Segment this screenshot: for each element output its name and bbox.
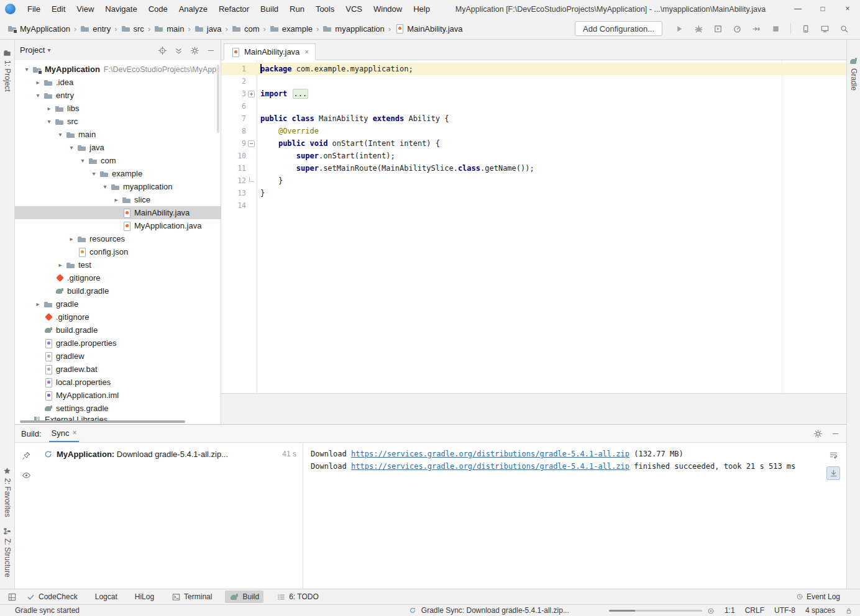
code-line[interactable]: 8 @Override — [221, 125, 846, 137]
tree-item-entry[interactable]: ▾entry — [15, 89, 221, 102]
tree-item-config-json[interactable]: config.json — [15, 245, 221, 258]
code-line[interactable]: 14 — [221, 199, 846, 212]
build-task-row[interactable]: MyApplication: Download gradle-5.4.1-all… — [37, 446, 303, 461]
toolwindow-tab-hilog[interactable]: HiLog — [130, 591, 158, 602]
profiler-button[interactable] — [729, 21, 746, 36]
add-configuration-button[interactable]: Add Configuration... — [575, 21, 662, 36]
build-console[interactable]: Download https://services.gradle.org/dis… — [303, 443, 846, 589]
menu-refactor[interactable]: Refactor — [213, 0, 255, 18]
settings-button[interactable] — [813, 428, 823, 438]
chevron-right-icon[interactable]: ▸ — [32, 79, 43, 86]
breadcrumb-entry[interactable]: entry — [79, 22, 112, 35]
console-link[interactable]: https://services.gradle.org/distribution… — [351, 450, 629, 458]
search-everywhere-button[interactable] — [836, 21, 853, 36]
chevron-down-icon[interactable]: ▾ — [88, 170, 99, 177]
breadcrumb-example[interactable]: example — [268, 22, 314, 35]
code-line[interactable]: 7public class MainAbility extends Abilit… — [221, 112, 846, 125]
tree-item-java[interactable]: ▾java — [15, 141, 221, 154]
tree-item-gitignore[interactable]: .gitignore — [15, 310, 221, 324]
tool-window-switcher[interactable] — [7, 592, 17, 602]
code-line[interactable]: 13} — [221, 187, 846, 199]
breadcrumb-mainability-java[interactable]: MainAbility.java — [393, 22, 464, 35]
tree-item-slice[interactable]: ▸slice — [15, 193, 221, 206]
menu-view[interactable]: View — [71, 0, 99, 18]
chevron-down-icon[interactable]: ▾ — [21, 66, 32, 73]
tree-item-build-gradle[interactable]: build.gradle — [15, 284, 221, 297]
hide-button[interactable] — [831, 428, 840, 438]
toolwindow-tab-terminal[interactable]: Terminal — [167, 591, 216, 603]
encoding-widget[interactable]: UTF-8 — [774, 606, 795, 615]
tree-item-idea[interactable]: ▸.idea — [15, 76, 221, 89]
tree-item-gradle[interactable]: ▸gradle — [15, 297, 221, 310]
tree-item-settings-gradle[interactable]: settings.gradle — [15, 402, 221, 415]
device-manager-button[interactable] — [797, 21, 814, 36]
menu-window[interactable]: Window — [368, 0, 408, 18]
toolwindow-tab-codecheck[interactable]: CodeCheck — [22, 591, 82, 603]
chevron-right-icon[interactable]: ▸ — [111, 196, 122, 203]
code-line[interactable]: 10 super.onStart(intent); — [221, 150, 846, 162]
build-tab-sync[interactable]: Sync × — [49, 425, 80, 442]
run-coverage-button[interactable] — [710, 21, 726, 36]
chevron-right-icon[interactable]: ▸ — [55, 261, 66, 268]
tree-item-gitignore[interactable]: .gitignore — [15, 271, 221, 284]
chevron-down-icon[interactable]: ▾ — [55, 131, 66, 138]
tree-item-main[interactable]: ▾main — [15, 128, 221, 141]
fold-collapse-icon[interactable]: − — [248, 140, 255, 147]
menu-build[interactable]: Build — [255, 0, 284, 18]
code-editor[interactable]: 1package com.example.myapplication;23+im… — [221, 60, 846, 424]
tree-item-mainability-java[interactable]: MainAbility.java — [15, 206, 221, 219]
chevron-down-icon[interactable]: ▾ — [77, 157, 88, 164]
tree-item-gradlew[interactable]: gradlew — [15, 350, 221, 363]
attach-debugger-button[interactable] — [748, 21, 765, 36]
tree-item-gradle-properties[interactable]: gradle.properties — [15, 337, 221, 350]
tree-item-example[interactable]: ▾example — [15, 167, 221, 180]
breadcrumb-java[interactable]: java — [193, 22, 223, 35]
tree-item-myapplication-iml[interactable]: MyApplication.iml — [15, 389, 221, 402]
cancel-task-button[interactable] — [707, 606, 715, 615]
stripe-tab-structure[interactable]: Z: Structure — [2, 527, 12, 578]
code-line[interactable]: 2 — [221, 75, 846, 88]
caret-position-widget[interactable]: 1:1 — [725, 606, 735, 615]
stripe-tab-favorites[interactable]: 2: Favorites — [2, 466, 12, 517]
tree-item-test[interactable]: ▸test — [15, 258, 221, 271]
indent-widget[interactable]: 4 spaces — [805, 606, 835, 615]
settings-button[interactable] — [190, 45, 199, 55]
hide-button[interactable] — [206, 45, 216, 55]
horizontal-scrollbar[interactable] — [20, 420, 185, 423]
fold-expand-icon[interactable]: + — [248, 91, 255, 97]
close-button[interactable]: × — [835, 0, 860, 18]
scroll-to-end-button[interactable] — [826, 466, 840, 480]
menu-code[interactable]: Code — [143, 0, 173, 18]
stop-button[interactable] — [767, 21, 784, 36]
breadcrumb-main[interactable]: main — [153, 22, 185, 35]
tree-item-myapplication[interactable]: ▾myapplication — [15, 180, 221, 193]
remote-devices-button[interactable] — [817, 21, 833, 36]
toolwindow-tab-6-todo[interactable]: 6: TODO — [272, 591, 323, 603]
close-tab-icon[interactable]: × — [304, 48, 309, 57]
code-line[interactable]: 12 } — [221, 174, 846, 187]
chevron-down-icon[interactable]: ▾ — [32, 92, 43, 99]
code-line[interactable]: 1package com.example.myapplication; — [221, 63, 846, 75]
preview-button[interactable] — [22, 470, 31, 480]
editor-tab-mainability[interactable]: MainAbility.java × — [224, 43, 316, 60]
menu-help[interactable]: Help — [408, 0, 436, 18]
tree-item-gradlew-bat[interactable]: gradlew.bat — [15, 363, 221, 376]
code-line[interactable]: 11 super.setMainRoute(MainAbilitySlice.c… — [221, 162, 846, 174]
console-link[interactable]: https://services.gradle.org/distribution… — [351, 462, 629, 471]
tree-item-resources[interactable]: ▸resources — [15, 232, 221, 245]
locate-button[interactable] — [158, 45, 167, 55]
stripe-tab-gradle[interactable]: Gradle — [849, 56, 859, 91]
project-view-selector[interactable]: Project ▾ — [20, 45, 51, 55]
menu-edit[interactable]: Edit — [46, 0, 71, 18]
debug-button[interactable] — [690, 21, 707, 36]
readonly-lock-button[interactable] — [845, 606, 853, 615]
tree-item-myapplication-java[interactable]: MyApplication.java — [15, 219, 221, 232]
menu-tools[interactable]: Tools — [310, 0, 340, 18]
tree-item-libs[interactable]: ▸libs — [15, 102, 221, 115]
menu-run[interactable]: Run — [284, 0, 310, 18]
breadcrumb-com[interactable]: com — [231, 22, 261, 35]
menu-analyze[interactable]: Analyze — [173, 0, 213, 18]
collapse-all-button[interactable] — [174, 45, 183, 55]
code-line[interactable]: 9− public void onStart(Intent intent) { — [221, 137, 846, 150]
tree-item-src[interactable]: ▾src — [15, 115, 221, 128]
